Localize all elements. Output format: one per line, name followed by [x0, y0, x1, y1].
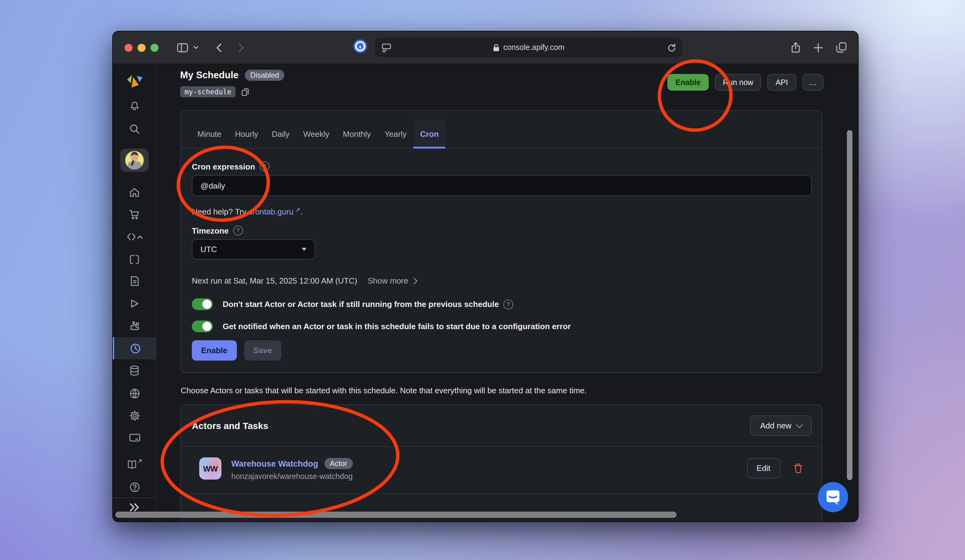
actors-section-title: Actors and Tasks [192, 420, 268, 431]
1password-icon[interactable] [353, 39, 368, 56]
close-window-button[interactable] [124, 44, 132, 51]
horizontal-scrollbar[interactable] [115, 512, 677, 518]
sidebar-item-settings[interactable] [113, 404, 156, 426]
play-icon [129, 298, 139, 309]
sidebar-item-development[interactable] [113, 225, 156, 248]
actor-name-link[interactable]: Warehouse Watchdog [231, 459, 318, 468]
code-icon [126, 232, 143, 242]
cron-expression-input[interactable]: @daily [192, 175, 812, 196]
card-divider [181, 494, 822, 494]
add-new-button[interactable]: Add new [750, 415, 812, 436]
trash-icon[interactable] [793, 463, 803, 477]
reader-icon[interactable] [381, 42, 392, 52]
sidebar-item-schedules[interactable] [113, 337, 156, 359]
new-tab-icon[interactable] [814, 43, 823, 52]
avatar [125, 151, 144, 170]
url-text: console.apify.com [503, 43, 564, 52]
actor-path: honzajavorek/warehouse-watchdog [231, 472, 353, 481]
show-more-button[interactable]: Show more [368, 276, 416, 286]
tab-cron[interactable]: Cron [413, 119, 446, 148]
enable-button-header[interactable]: Enable [667, 74, 709, 91]
apify-logo[interactable] [113, 70, 156, 93]
app-sidebar [113, 64, 157, 521]
tab-overview-icon[interactable] [836, 42, 847, 53]
sidebar-item-storage[interactable] [113, 359, 156, 382]
main-content: My Schedule Disabled my-schedule Enable … [157, 64, 858, 521]
help-text: Need help? Try [192, 207, 249, 216]
more-actions-button[interactable]: … [802, 74, 823, 91]
external-link-icon: ↗ [294, 206, 300, 213]
timezone-select[interactable]: UTC [192, 239, 315, 260]
sidebar-item-account[interactable] [113, 148, 156, 173]
sidebar-item-help[interactable] [113, 476, 156, 498]
schedule-id: my-schedule [180, 86, 236, 97]
intercom-icon [818, 482, 848, 512]
actors-and-tasks-card: Actors and Tasks Add new WW Warehouse Wa… [180, 404, 822, 522]
status-badge: Disabled [245, 70, 285, 81]
add-new-label: Add new [760, 421, 792, 430]
schedule-settings-card: Minute Hourly Daily Weekly Monthly Yearl… [180, 110, 822, 373]
browser-window: console.apify.com [112, 31, 859, 522]
toggle-notify-label: Get notified when an Actor or task in th… [222, 322, 571, 331]
sidebar-item-saved-tasks[interactable] [113, 270, 156, 292]
sidebar-item-integrations[interactable] [113, 314, 156, 336]
sidebar-item-notifications[interactable] [113, 94, 156, 116]
toggle-dont-start-label: Don't start Actor or Actor task if still… [222, 300, 499, 309]
crontab-guru-link[interactable]: crontab.guru [249, 207, 294, 216]
help-circle-icon [129, 481, 140, 493]
page-title: My Schedule [180, 70, 239, 81]
forward-icon[interactable] [238, 43, 244, 52]
address-bar[interactable]: console.apify.com [375, 38, 682, 57]
zoom-window-button[interactable] [150, 44, 159, 51]
run-now-button[interactable]: Run now [715, 74, 761, 91]
sidebar-item-actors[interactable] [113, 248, 156, 271]
gear-icon [129, 410, 140, 421]
tab-weekly[interactable]: Weekly [296, 119, 336, 148]
share-icon[interactable] [791, 42, 801, 53]
edit-button[interactable]: Edit [747, 458, 780, 478]
tab-hourly[interactable]: Hourly [228, 119, 265, 148]
toggle-notify[interactable] [192, 320, 213, 332]
help-icon[interactable]: ? [503, 299, 513, 309]
sidebar-item-runs[interactable] [113, 292, 156, 314]
toggle-dont-start[interactable] [192, 298, 213, 310]
sidebar-toggle-icon[interactable] [177, 43, 188, 52]
sidebar-item-home[interactable] [113, 181, 156, 203]
home-icon [129, 187, 140, 198]
help-text-suffix: . [300, 207, 303, 216]
sidebar-item-proxy[interactable] [113, 382, 156, 404]
lock-icon [493, 44, 500, 51]
desktop: console.apify.com [0, 0, 965, 560]
sidebar-item-billing[interactable] [113, 426, 156, 449]
copy-icon[interactable] [240, 87, 250, 96]
timezone-value: UTC [200, 245, 217, 254]
sidebar-item-store[interactable] [113, 203, 156, 225]
help-icon[interactable]: ? [259, 162, 269, 171]
double-chevron-right-icon [129, 503, 140, 512]
back-icon[interactable] [216, 43, 222, 52]
help-icon[interactable]: ? [233, 225, 243, 235]
actor-avatar: WW [199, 457, 221, 480]
vertical-scrollbar[interactable] [847, 130, 852, 480]
minimize-window-button[interactable] [137, 44, 146, 51]
save-button[interactable]: Save [244, 340, 281, 361]
globe-icon [129, 387, 140, 399]
sidebar-item-documentation[interactable] [113, 454, 156, 476]
chevron-down-icon[interactable] [193, 46, 199, 49]
api-button[interactable]: API [768, 74, 796, 91]
next-run-text: Next run at Sat, Mar 15, 2025 12:00 AM (… [192, 276, 357, 286]
show-more-label: Show more [368, 276, 408, 286]
cart-icon [129, 209, 140, 220]
card-divider [181, 446, 822, 447]
tab-daily[interactable]: Daily [265, 119, 296, 148]
enable-button-form[interactable]: Enable [192, 340, 237, 361]
reload-icon[interactable] [667, 43, 676, 52]
sidebar-item-search[interactable] [113, 118, 156, 140]
tab-monthly[interactable]: Monthly [336, 119, 378, 148]
tab-minute[interactable]: Minute [191, 119, 228, 148]
document-icon [129, 276, 140, 287]
actors-description: Choose Actors or tasks that will be star… [181, 386, 587, 395]
database-icon [129, 365, 140, 376]
tab-yearly[interactable]: Yearly [378, 119, 413, 148]
chat-bubble-button[interactable] [818, 482, 848, 515]
